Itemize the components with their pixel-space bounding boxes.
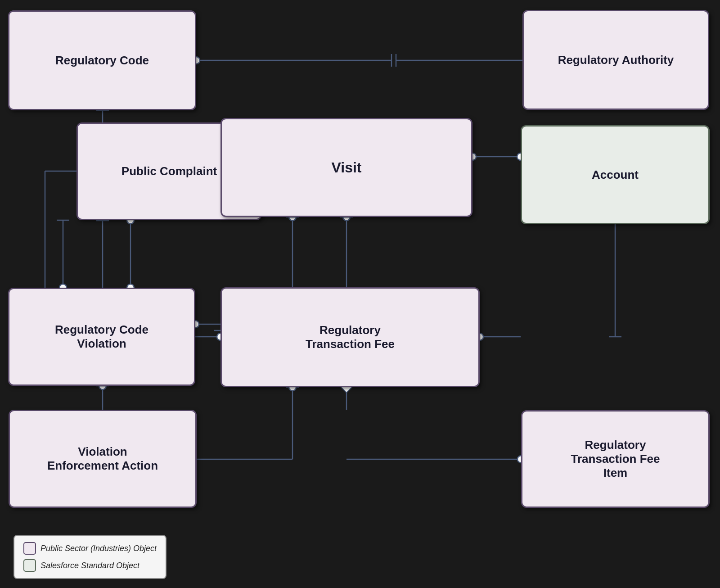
regulatory-transaction-fee-item-label: RegulatoryTransaction FeeItem (571, 438, 660, 480)
node-regulatory-authority: Regulatory Authority (522, 10, 709, 110)
legend-item-green: Salesforce Standard Object (23, 559, 157, 572)
node-regulatory-transaction-fee-item: RegulatoryTransaction FeeItem (521, 410, 710, 508)
node-visit: Visit (220, 118, 472, 217)
regulatory-code-violation-label: Regulatory CodeViolation (55, 323, 148, 351)
legend-box-pink (23, 542, 36, 555)
legend-label-pink: Public Sector (Industries) Object (40, 544, 157, 553)
node-violation-enforcement-action: ViolationEnforcement Action (9, 410, 197, 508)
legend-label-green: Salesforce Standard Object (40, 561, 140, 570)
legend-box-green (23, 559, 36, 572)
visit-label: Visit (332, 159, 362, 176)
legend-container: Public Sector (Industries) Object Salesf… (14, 535, 166, 579)
regulatory-transaction-fee-label: RegulatoryTransaction Fee (306, 323, 395, 351)
regulatory-code-label: Regulatory Code (55, 54, 149, 68)
regulatory-authority-label: Regulatory Authority (558, 53, 674, 67)
violation-enforcement-action-label: ViolationEnforcement Action (47, 445, 158, 473)
node-regulatory-transaction-fee: RegulatoryTransaction Fee (220, 287, 480, 387)
node-regulatory-code: Regulatory Code (8, 10, 196, 110)
account-label: Account (592, 168, 639, 182)
node-account: Account (521, 125, 710, 224)
legend-item-pink: Public Sector (Industries) Object (23, 542, 157, 555)
public-complaint-label: Public Complaint (122, 164, 217, 178)
node-regulatory-code-violation: Regulatory CodeViolation (8, 288, 195, 386)
diagram-container: Regulatory Code Regulatory Authority Pub… (0, 0, 720, 554)
